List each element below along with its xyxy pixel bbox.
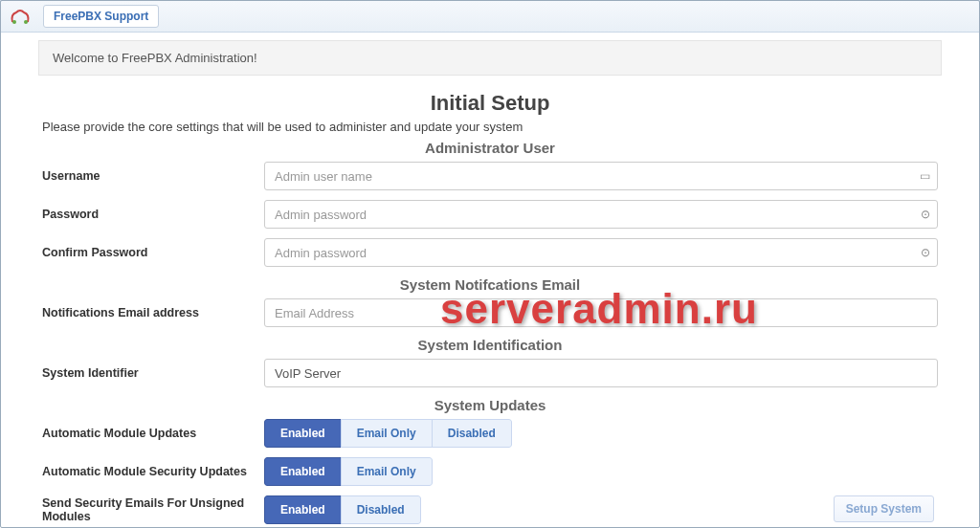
auto-sec-updates-email-only[interactable]: Email Only: [341, 457, 433, 486]
label-auto-updates: Automatic Module Updates: [42, 427, 264, 440]
password-field[interactable]: [264, 200, 938, 229]
topbar: FreePBX Support: [0, 0, 980, 33]
label-username: Username: [42, 169, 264, 183]
label-password: Password: [42, 208, 264, 221]
section-admin-user: Administrator User: [42, 140, 938, 156]
system-id-field[interactable]: [264, 359, 938, 387]
intro-text: Please provide the core settings that wi…: [42, 120, 938, 134]
key-icon: ⊙: [921, 246, 930, 259]
notif-email-field[interactable]: [264, 298, 938, 327]
label-auto-sec-updates: Automatic Module Security Updates: [42, 465, 264, 478]
section-updates: System Updates: [42, 397, 938, 413]
auto-sec-updates-enabled[interactable]: Enabled: [264, 457, 342, 486]
auto-updates-disabled[interactable]: Disabled: [432, 419, 512, 448]
username-field[interactable]: [264, 162, 938, 190]
welcome-message: Welcome to FreePBX Administration!: [38, 40, 942, 76]
contact-icon: ▭: [920, 169, 930, 183]
label-confirm-password: Confirm Password: [42, 246, 264, 259]
svg-point-1: [24, 20, 28, 24]
setup-system-button[interactable]: Setup System: [834, 495, 934, 522]
auto-sec-updates-toggle: Enabled Email Only: [264, 457, 433, 486]
section-notifications: System Notifcations Email: [42, 276, 938, 293]
send-unsigned-enabled[interactable]: Enabled: [264, 495, 342, 524]
auto-updates-email-only[interactable]: Email Only: [341, 419, 433, 448]
label-notif-email: Notifications Email address: [42, 306, 264, 319]
send-unsigned-disabled[interactable]: Disabled: [341, 495, 421, 524]
section-identification: System Identification: [42, 337, 938, 353]
svg-point-0: [12, 20, 16, 24]
auto-updates-toggle: Enabled Email Only Disabled: [264, 419, 512, 448]
auto-updates-enabled[interactable]: Enabled: [264, 419, 342, 448]
label-send-unsigned: Send Security Emails For Unsigned Module…: [42, 496, 264, 523]
send-unsigned-toggle: Enabled Disabled: [264, 495, 421, 524]
support-tab[interactable]: FreePBX Support: [43, 5, 159, 28]
page-title: Initial Setup: [42, 91, 938, 116]
freepbx-logo-icon: [9, 7, 32, 26]
confirm-password-field[interactable]: [264, 238, 938, 267]
label-system-id: System Identifier: [42, 366, 264, 380]
key-icon: ⊙: [921, 208, 930, 221]
